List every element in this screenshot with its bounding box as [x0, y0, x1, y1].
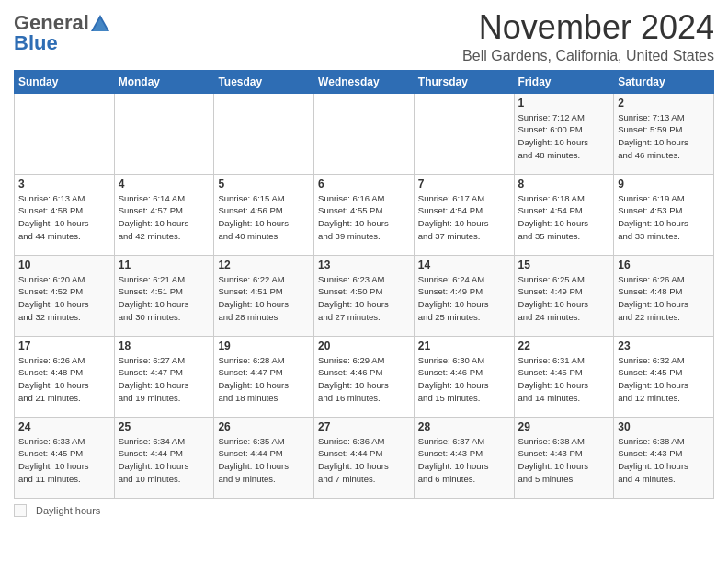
day-cell-w1-d2: 5Sunrise: 6:15 AM Sunset: 4:56 PM Daylig…	[214, 174, 314, 255]
day-number: 23	[618, 339, 710, 352]
day-info: Sunrise: 6:25 AM Sunset: 4:49 PM Dayligh…	[518, 273, 610, 324]
day-cell-w4-d1: 25Sunrise: 6:34 AM Sunset: 4:44 PM Dayli…	[114, 417, 214, 498]
day-number: 14	[418, 259, 510, 271]
header-tuesday: Tuesday	[214, 70, 314, 93]
day-number: 12	[218, 259, 310, 271]
day-info: Sunrise: 6:17 AM Sunset: 4:54 PM Dayligh…	[418, 192, 510, 243]
day-number: 30	[618, 420, 710, 433]
month-title: November 2024	[462, 9, 714, 46]
day-cell-w2-d2: 12Sunrise: 6:22 AM Sunset: 4:51 PM Dayli…	[214, 255, 314, 336]
weekday-header-row: Sunday Monday Tuesday Wednesday Thursday…	[15, 70, 714, 93]
day-cell-w0-d2	[214, 93, 314, 174]
day-info: Sunrise: 6:34 AM Sunset: 4:44 PM Dayligh…	[119, 435, 210, 486]
day-cell-w4-d0: 24Sunrise: 6:33 AM Sunset: 4:45 PM Dayli…	[15, 417, 115, 498]
day-info: Sunrise: 6:28 AM Sunset: 4:47 PM Dayligh…	[218, 354, 310, 405]
day-info: Sunrise: 6:26 AM Sunset: 4:48 PM Dayligh…	[18, 354, 110, 405]
day-number: 13	[318, 259, 410, 271]
day-number: 5	[218, 178, 310, 190]
day-info: Sunrise: 6:21 AM Sunset: 4:51 PM Dayligh…	[119, 273, 210, 324]
day-info: Sunrise: 6:23 AM Sunset: 4:50 PM Dayligh…	[318, 273, 410, 324]
day-info: Sunrise: 6:29 AM Sunset: 4:46 PM Dayligh…	[318, 354, 410, 405]
day-cell-w0-d0	[15, 93, 115, 174]
header: General Blue November 2024 Bell Gardens,…	[14, 9, 714, 64]
week-row-0: 1Sunrise: 7:12 AM Sunset: 6:00 PM Daylig…	[15, 93, 714, 174]
day-cell-w3-d1: 18Sunrise: 6:27 AM Sunset: 4:47 PM Dayli…	[114, 336, 214, 417]
day-info: Sunrise: 7:12 AM Sunset: 6:00 PM Dayligh…	[518, 111, 610, 162]
day-cell-w2-d1: 11Sunrise: 6:21 AM Sunset: 4:51 PM Dayli…	[114, 255, 214, 336]
day-number: 1	[518, 97, 610, 109]
day-cell-w4-d3: 27Sunrise: 6:36 AM Sunset: 4:44 PM Dayli…	[314, 417, 415, 498]
logo-icon	[91, 15, 109, 31]
day-info: Sunrise: 6:18 AM Sunset: 4:54 PM Dayligh…	[518, 192, 610, 243]
week-row-1: 3Sunrise: 6:13 AM Sunset: 4:58 PM Daylig…	[15, 174, 714, 255]
day-cell-w0-d3	[314, 93, 415, 174]
day-info: Sunrise: 6:19 AM Sunset: 4:53 PM Dayligh…	[618, 192, 710, 243]
day-info: Sunrise: 6:38 AM Sunset: 4:43 PM Dayligh…	[518, 435, 610, 486]
header-friday: Friday	[514, 70, 614, 93]
legend-box	[14, 504, 27, 517]
day-number: 22	[518, 339, 610, 352]
day-number: 7	[418, 178, 510, 190]
day-cell-w1-d0: 3Sunrise: 6:13 AM Sunset: 4:58 PM Daylig…	[15, 174, 115, 255]
logo: General Blue	[14, 13, 109, 53]
day-info: Sunrise: 7:13 AM Sunset: 5:59 PM Dayligh…	[618, 111, 710, 162]
day-cell-w1-d3: 6Sunrise: 6:16 AM Sunset: 4:55 PM Daylig…	[314, 174, 415, 255]
day-number: 17	[18, 339, 110, 352]
day-cell-w0-d6: 2Sunrise: 7:13 AM Sunset: 5:59 PM Daylig…	[614, 93, 714, 174]
day-cell-w1-d1: 4Sunrise: 6:14 AM Sunset: 4:57 PM Daylig…	[114, 174, 214, 255]
day-info: Sunrise: 6:26 AM Sunset: 4:48 PM Dayligh…	[618, 273, 710, 324]
day-info: Sunrise: 6:15 AM Sunset: 4:56 PM Dayligh…	[218, 192, 310, 243]
day-cell-w3-d0: 17Sunrise: 6:26 AM Sunset: 4:48 PM Dayli…	[15, 336, 115, 417]
title-block: November 2024 Bell Gardens, California, …	[462, 9, 714, 64]
header-thursday: Thursday	[414, 70, 514, 93]
day-number: 3	[18, 178, 110, 190]
day-number: 18	[119, 339, 210, 352]
day-number: 24	[18, 420, 110, 433]
day-info: Sunrise: 6:36 AM Sunset: 4:44 PM Dayligh…	[318, 435, 410, 486]
day-cell-w1-d6: 9Sunrise: 6:19 AM Sunset: 4:53 PM Daylig…	[614, 174, 714, 255]
day-cell-w3-d4: 21Sunrise: 6:30 AM Sunset: 4:46 PM Dayli…	[414, 336, 514, 417]
day-cell-w4-d4: 28Sunrise: 6:37 AM Sunset: 4:43 PM Dayli…	[414, 417, 514, 498]
header-saturday: Saturday	[614, 70, 714, 93]
day-cell-w2-d3: 13Sunrise: 6:23 AM Sunset: 4:50 PM Dayli…	[314, 255, 415, 336]
day-number: 21	[418, 339, 510, 352]
day-info: Sunrise: 6:30 AM Sunset: 4:46 PM Dayligh…	[418, 354, 510, 405]
day-info: Sunrise: 6:38 AM Sunset: 4:43 PM Dayligh…	[618, 435, 710, 486]
day-info: Sunrise: 6:13 AM Sunset: 4:58 PM Dayligh…	[18, 192, 110, 243]
day-number: 10	[18, 259, 110, 271]
day-cell-w3-d5: 22Sunrise: 6:31 AM Sunset: 4:45 PM Dayli…	[514, 336, 614, 417]
day-info: Sunrise: 6:22 AM Sunset: 4:51 PM Dayligh…	[218, 273, 310, 324]
day-cell-w0-d4	[414, 93, 514, 174]
day-info: Sunrise: 6:35 AM Sunset: 4:44 PM Dayligh…	[218, 435, 310, 486]
day-number: 9	[618, 178, 710, 190]
day-info: Sunrise: 6:24 AM Sunset: 4:49 PM Dayligh…	[418, 273, 510, 324]
day-cell-w4-d2: 26Sunrise: 6:35 AM Sunset: 4:44 PM Dayli…	[214, 417, 314, 498]
day-info: Sunrise: 6:33 AM Sunset: 4:45 PM Dayligh…	[18, 435, 110, 486]
day-info: Sunrise: 6:16 AM Sunset: 4:55 PM Dayligh…	[318, 192, 410, 243]
day-info: Sunrise: 6:27 AM Sunset: 4:47 PM Dayligh…	[119, 354, 210, 405]
logo-general-text: General	[14, 13, 89, 33]
day-cell-w4-d5: 29Sunrise: 6:38 AM Sunset: 4:43 PM Dayli…	[514, 417, 614, 498]
footer-label: Daylight hours	[36, 505, 100, 516]
day-number: 19	[218, 339, 310, 352]
location: Bell Gardens, California, United States	[462, 48, 714, 64]
day-number: 20	[318, 339, 410, 352]
day-number: 2	[618, 97, 710, 109]
day-number: 25	[119, 420, 210, 433]
header-monday: Monday	[114, 70, 214, 93]
day-number: 16	[618, 259, 710, 271]
day-number: 4	[119, 178, 210, 190]
day-number: 15	[518, 259, 610, 271]
day-number: 28	[418, 420, 510, 433]
day-cell-w3-d6: 23Sunrise: 6:32 AM Sunset: 4:45 PM Dayli…	[614, 336, 714, 417]
week-row-3: 17Sunrise: 6:26 AM Sunset: 4:48 PM Dayli…	[15, 336, 714, 417]
header-sunday: Sunday	[15, 70, 115, 93]
day-cell-w2-d5: 15Sunrise: 6:25 AM Sunset: 4:49 PM Dayli…	[514, 255, 614, 336]
day-info: Sunrise: 6:14 AM Sunset: 4:57 PM Dayligh…	[119, 192, 210, 243]
day-cell-w1-d5: 8Sunrise: 6:18 AM Sunset: 4:54 PM Daylig…	[514, 174, 614, 255]
calendar: Sunday Monday Tuesday Wednesday Thursday…	[14, 70, 714, 499]
day-cell-w0-d1	[114, 93, 214, 174]
day-cell-w3-d2: 19Sunrise: 6:28 AM Sunset: 4:47 PM Dayli…	[214, 336, 314, 417]
day-cell-w4-d6: 30Sunrise: 6:38 AM Sunset: 4:43 PM Dayli…	[614, 417, 714, 498]
day-number: 6	[318, 178, 410, 190]
